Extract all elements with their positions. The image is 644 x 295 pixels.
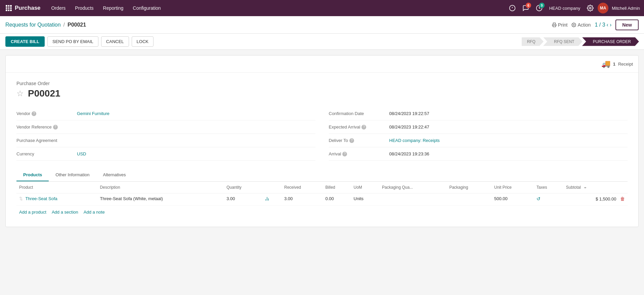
col-billed: Billed [323, 182, 351, 193]
action-button[interactable]: Action [571, 22, 591, 28]
activities-badge: 9 [539, 3, 545, 8]
vendor-reference-help-icon[interactable]: ? [53, 125, 58, 130]
action-label: Action [577, 22, 591, 28]
row-uom: Units [351, 193, 380, 206]
nav-products[interactable]: Products [71, 3, 97, 13]
field-purchase-agreement: Purchase Agreement [16, 134, 315, 147]
purchase-agreement-label: Purchase Agreement [16, 138, 77, 143]
tab-alternatives[interactable]: Alternatives [96, 169, 133, 181]
col-description: Description [97, 182, 224, 193]
products-table: Product Description Quantity Received Bi… [16, 182, 628, 206]
tab-other-information[interactable]: Other Information [49, 169, 96, 181]
row-billed: 0.00 [323, 193, 351, 206]
receipt-button[interactable]: 🚚 1 Receipt [601, 60, 633, 68]
col-subtotal: Subtotal [563, 182, 628, 193]
favorite-icon[interactable]: ☆ [16, 89, 24, 98]
currency-value[interactable]: USD [77, 151, 86, 156]
messages-badge: 6 [526, 3, 531, 8]
row-subtotal: $ 1,500.00 🗑 [563, 193, 628, 206]
field-vendor-reference: Vendor Reference ? [16, 120, 315, 134]
breadcrumb-bar: Requests for Quotation / P00021 Print Ac… [0, 16, 644, 34]
company-name: HEAD company [549, 6, 580, 11]
row-description: Three-Seat Sofa (White, metaal) [97, 193, 224, 206]
breadcrumb-current: P00021 [68, 22, 86, 28]
next-arrow[interactable]: › [610, 22, 611, 28]
receipt-label: Receipt [618, 62, 633, 67]
vendor-value[interactable]: Gemini Furniture [77, 111, 110, 116]
receipt-count: 1 [613, 62, 615, 67]
svg-point-4 [573, 24, 575, 26]
fields-left: Vendor ? Gemini Furniture Vendor Referen… [16, 107, 315, 161]
vendor-reference-label: Vendor Reference ? [16, 124, 77, 130]
prev-arrow[interactable]: ‹ [607, 22, 608, 28]
row-packaging [446, 193, 491, 206]
confirmation-date-label: Confirmation Date [329, 111, 389, 116]
add-section-link[interactable]: Add a section [52, 210, 78, 215]
row-packaging-qty [379, 193, 446, 206]
user-name: Mitchell Admin [612, 6, 640, 11]
arrival-help-icon[interactable]: ? [342, 152, 347, 156]
deliver-to-help-icon[interactable]: ? [349, 138, 354, 143]
expected-arrival-label: Expected Arrival ? [329, 124, 389, 130]
expected-arrival-help-icon[interactable]: ? [361, 125, 366, 130]
drag-handle-icon[interactable]: ⇅ [19, 196, 23, 201]
nav-configuration[interactable]: Configuration [129, 3, 165, 13]
settings-icon[interactable] [584, 2, 596, 14]
table-row: ⇅ Three-Seat Sofa Three-Seat Sofa (White… [16, 193, 628, 206]
lock-button[interactable]: LOCK [132, 36, 154, 47]
col-taxes: Taxes [534, 182, 563, 193]
row-product: ⇅ Three-Seat Sofa [16, 193, 97, 206]
print-label: Print [558, 22, 568, 28]
row-quantity: 3.00 [224, 193, 262, 206]
messages-icon[interactable]: 6 [520, 2, 532, 14]
add-actions: Add a product Add a section Add a note [16, 206, 628, 219]
field-arrival: Arrival ? 08/24/2023 19:23:36 [329, 147, 628, 161]
new-button[interactable]: New [615, 20, 639, 30]
nav-reporting[interactable]: Reporting [99, 3, 128, 13]
pipeline-step-rfq-sent[interactable]: RFQ SENT [543, 37, 583, 46]
top-nav: Purchase Orders Products Reporting Confi… [0, 0, 644, 16]
col-packaging: Packaging [446, 182, 491, 193]
status-pipeline: RFQ RFQ SENT PURCHASE ORDER [522, 37, 639, 46]
pager: 1 / 3 ‹ › [595, 22, 611, 28]
confirmation-date-value: 08/24/2023 19:22:57 [389, 111, 429, 116]
nav-orders[interactable]: Orders [47, 3, 70, 13]
row-taxes: ↺ [534, 193, 563, 206]
app-name: Purchase [15, 5, 41, 11]
action-bar: CREATE BILL SEND PO BY EMAIL CANCEL LOCK… [0, 34, 644, 50]
delete-icon[interactable]: 🗑 [620, 196, 625, 201]
activities-icon[interactable]: 9 [533, 2, 545, 14]
col-unit-price: Unit Price [491, 182, 534, 193]
arrival-label: Arrival ? [329, 151, 389, 156]
cancel-button[interactable]: CANCEL [101, 36, 129, 47]
pipeline-step-purchase-order[interactable]: PURCHASE ORDER [582, 37, 639, 46]
deliver-to-value[interactable]: HEAD company: Receipts [389, 138, 440, 143]
create-bill-button[interactable]: CREATE BILL [5, 36, 45, 47]
row-chart-icon[interactable] [262, 193, 282, 206]
send-po-email-button[interactable]: SEND PO BY EMAIL [47, 36, 98, 47]
field-deliver-to: Deliver To ? HEAD company: Receipts [329, 134, 628, 147]
reset-icon[interactable]: ↺ [536, 196, 541, 201]
form-card: 🚚 1 Receipt Purchase Order ☆ P00021 [5, 55, 639, 227]
fields-right: Confirmation Date 08/24/2023 19:22:57 Ex… [329, 107, 628, 161]
add-product-link[interactable]: Add a product [19, 210, 46, 215]
field-currency: Currency USD [16, 147, 315, 161]
print-button[interactable]: Print [552, 22, 568, 28]
expected-arrival-value: 08/24/2023 19:22:47 [389, 124, 429, 130]
deliver-to-label: Deliver To ? [329, 138, 389, 143]
breadcrumb-parent[interactable]: Requests for Quotation [5, 22, 61, 28]
product-link[interactable]: Three-Seat Sofa [25, 196, 57, 201]
field-confirmation-date: Confirmation Date 08/24/2023 19:22:57 [329, 107, 628, 120]
vendor-help-icon[interactable]: ? [32, 111, 36, 116]
currency-label: Currency [16, 151, 77, 156]
form-title-area: Purchase Order ☆ P00021 [16, 81, 628, 99]
pipeline-step-rfq[interactable]: RFQ [522, 37, 544, 46]
app-grid-icon[interactable] [4, 3, 13, 13]
col-quantity: Quantity [224, 182, 262, 193]
field-expected-arrival: Expected Arrival ? 08/24/2023 19:22:47 [329, 120, 628, 134]
tabs: Products Other Information Alternatives [16, 169, 628, 182]
tab-products[interactable]: Products [16, 169, 49, 181]
support-icon[interactable] [506, 2, 518, 14]
avatar[interactable]: MA [598, 3, 608, 13]
add-note-link[interactable]: Add a note [84, 210, 105, 215]
